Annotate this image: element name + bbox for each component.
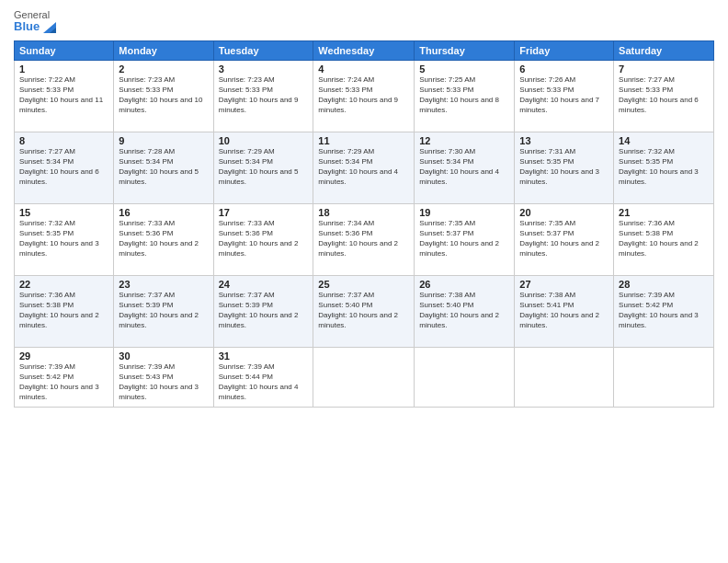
- day-number: 4: [318, 63, 409, 75]
- day-number: 5: [419, 63, 509, 75]
- day-number: 24: [219, 279, 309, 290]
- header-saturday: Saturday: [614, 41, 714, 61]
- calendar-cell: 28 Sunrise: 7:39 AM Sunset: 5:42 PM Dayl…: [614, 276, 714, 348]
- calendar-cell: 22 Sunrise: 7:36 AM Sunset: 5:38 PM Dayl…: [15, 276, 114, 348]
- calendar-cell: 16 Sunrise: 7:33 AM Sunset: 5:36 PM Dayl…: [114, 204, 213, 276]
- day-number: 11: [318, 135, 409, 146]
- calendar-cell: 1 Sunrise: 7:22 AM Sunset: 5:33 PM Dayli…: [15, 61, 114, 132]
- calendar-cell: [415, 348, 515, 408]
- calendar-cell: 17 Sunrise: 7:33 AM Sunset: 5:36 PM Dayl…: [213, 204, 313, 276]
- calendar-cell: 8 Sunrise: 7:27 AM Sunset: 5:34 PM Dayli…: [15, 132, 114, 204]
- calendar-cell: 18 Sunrise: 7:34 AM Sunset: 5:36 PM Dayl…: [313, 204, 415, 276]
- calendar-cell: 6 Sunrise: 7:26 AM Sunset: 5:33 PM Dayli…: [515, 61, 614, 132]
- header-monday: Monday: [114, 41, 213, 61]
- day-number: 23: [119, 279, 208, 290]
- calendar-cell: 27 Sunrise: 7:38 AM Sunset: 5:41 PM Dayl…: [515, 276, 614, 348]
- day-info: Sunrise: 7:23 AM Sunset: 5:33 PM Dayligh…: [219, 75, 309, 115]
- day-number: 15: [19, 207, 108, 218]
- day-number: 20: [519, 207, 609, 218]
- calendar-cell: 30 Sunrise: 7:39 AM Sunset: 5:43 PM Dayl…: [114, 348, 213, 408]
- day-info: Sunrise: 7:38 AM Sunset: 5:41 PM Dayligh…: [519, 291, 609, 330]
- header-thursday: Thursday: [415, 41, 515, 61]
- day-info: Sunrise: 7:24 AM Sunset: 5:33 PM Dayligh…: [318, 75, 409, 115]
- day-info: Sunrise: 7:25 AM Sunset: 5:33 PM Dayligh…: [419, 75, 509, 115]
- header: General Blue: [14, 9, 714, 33]
- day-number: 1: [19, 63, 108, 75]
- day-number: 28: [619, 279, 709, 290]
- day-number: 16: [119, 207, 208, 218]
- calendar-cell: 26 Sunrise: 7:38 AM Sunset: 5:40 PM Dayl…: [415, 276, 515, 348]
- header-wednesday: Wednesday: [313, 41, 415, 61]
- day-info: Sunrise: 7:39 AM Sunset: 5:43 PM Dayligh…: [119, 362, 208, 402]
- day-number: 10: [219, 135, 309, 146]
- calendar-cell: [313, 348, 415, 408]
- day-number: 17: [219, 207, 309, 218]
- day-number: 6: [519, 63, 609, 75]
- header-tuesday: Tuesday: [213, 41, 313, 61]
- day-info: Sunrise: 7:35 AM Sunset: 5:37 PM Dayligh…: [519, 219, 609, 259]
- day-info: Sunrise: 7:34 AM Sunset: 5:36 PM Dayligh…: [318, 219, 409, 259]
- calendar-cell: 12 Sunrise: 7:30 AM Sunset: 5:34 PM Dayl…: [415, 132, 515, 204]
- day-number: 8: [19, 135, 108, 146]
- calendar-cell: 31 Sunrise: 7:39 AM Sunset: 5:44 PM Dayl…: [213, 348, 313, 408]
- day-info: Sunrise: 7:33 AM Sunset: 5:36 PM Dayligh…: [219, 219, 309, 259]
- calendar-cell: 5 Sunrise: 7:25 AM Sunset: 5:33 PM Dayli…: [415, 61, 515, 132]
- calendar-cell: 20 Sunrise: 7:35 AM Sunset: 5:37 PM Dayl…: [515, 204, 614, 276]
- day-info: Sunrise: 7:26 AM Sunset: 5:33 PM Dayligh…: [519, 75, 609, 115]
- day-info: Sunrise: 7:33 AM Sunset: 5:36 PM Dayligh…: [119, 219, 208, 259]
- calendar-table: Sunday Monday Tuesday Wednesday Thursday…: [14, 40, 714, 408]
- day-number: 7: [619, 63, 709, 75]
- header-sunday: Sunday: [15, 41, 114, 61]
- calendar-cell: 25 Sunrise: 7:37 AM Sunset: 5:40 PM Dayl…: [313, 276, 415, 348]
- calendar-cell: 10 Sunrise: 7:29 AM Sunset: 5:34 PM Dayl…: [213, 132, 313, 204]
- day-info: Sunrise: 7:29 AM Sunset: 5:34 PM Dayligh…: [219, 147, 309, 187]
- day-number: 9: [119, 135, 208, 146]
- calendar-cell: 24 Sunrise: 7:37 AM Sunset: 5:39 PM Dayl…: [213, 276, 313, 348]
- calendar-cell: 7 Sunrise: 7:27 AM Sunset: 5:33 PM Dayli…: [614, 61, 714, 132]
- day-info: Sunrise: 7:32 AM Sunset: 5:35 PM Dayligh…: [19, 219, 108, 259]
- day-number: 25: [318, 279, 409, 290]
- calendar-cell: 2 Sunrise: 7:23 AM Sunset: 5:33 PM Dayli…: [114, 61, 213, 132]
- day-info: Sunrise: 7:36 AM Sunset: 5:38 PM Dayligh…: [19, 291, 108, 330]
- calendar-cell: [614, 348, 714, 408]
- day-info: Sunrise: 7:39 AM Sunset: 5:44 PM Dayligh…: [219, 362, 309, 402]
- day-info: Sunrise: 7:23 AM Sunset: 5:33 PM Dayligh…: [119, 75, 208, 115]
- day-number: 22: [19, 279, 108, 290]
- calendar-cell: 23 Sunrise: 7:37 AM Sunset: 5:39 PM Dayl…: [114, 276, 213, 348]
- logo: General Blue: [14, 9, 56, 33]
- day-info: Sunrise: 7:31 AM Sunset: 5:35 PM Dayligh…: [519, 147, 609, 187]
- day-number: 19: [419, 207, 509, 218]
- calendar-cell: 11 Sunrise: 7:29 AM Sunset: 5:34 PM Dayl…: [313, 132, 415, 204]
- day-info: Sunrise: 7:37 AM Sunset: 5:39 PM Dayligh…: [119, 291, 208, 330]
- calendar-cell: 15 Sunrise: 7:32 AM Sunset: 5:35 PM Dayl…: [15, 204, 114, 276]
- day-info: Sunrise: 7:29 AM Sunset: 5:34 PM Dayligh…: [318, 147, 409, 187]
- day-number: 18: [318, 207, 409, 218]
- header-friday: Friday: [515, 41, 614, 61]
- day-info: Sunrise: 7:37 AM Sunset: 5:39 PM Dayligh…: [219, 291, 309, 330]
- day-info: Sunrise: 7:37 AM Sunset: 5:40 PM Dayligh…: [318, 291, 409, 330]
- calendar-cell: 19 Sunrise: 7:35 AM Sunset: 5:37 PM Dayl…: [415, 204, 515, 276]
- day-info: Sunrise: 7:39 AM Sunset: 5:42 PM Dayligh…: [19, 362, 108, 402]
- day-number: 29: [19, 350, 108, 362]
- day-info: Sunrise: 7:28 AM Sunset: 5:34 PM Dayligh…: [119, 147, 208, 187]
- day-info: Sunrise: 7:32 AM Sunset: 5:35 PM Dayligh…: [619, 147, 709, 187]
- day-info: Sunrise: 7:38 AM Sunset: 5:40 PM Dayligh…: [419, 291, 509, 330]
- day-number: 21: [619, 207, 709, 218]
- calendar-cell: 3 Sunrise: 7:23 AM Sunset: 5:33 PM Dayli…: [213, 61, 313, 132]
- calendar-cell: 13 Sunrise: 7:31 AM Sunset: 5:35 PM Dayl…: [515, 132, 614, 204]
- calendar-cell: [515, 348, 614, 408]
- calendar-cell: 4 Sunrise: 7:24 AM Sunset: 5:33 PM Dayli…: [313, 61, 415, 132]
- day-info: Sunrise: 7:36 AM Sunset: 5:38 PM Dayligh…: [619, 219, 709, 259]
- day-number: 26: [419, 279, 509, 290]
- day-info: Sunrise: 7:39 AM Sunset: 5:42 PM Dayligh…: [619, 291, 709, 330]
- day-info: Sunrise: 7:35 AM Sunset: 5:37 PM Dayligh…: [419, 219, 509, 259]
- day-number: 30: [119, 350, 208, 362]
- day-info: Sunrise: 7:22 AM Sunset: 5:33 PM Dayligh…: [19, 75, 108, 115]
- calendar-page: General Blue Sunday Monday Tuesday Wedne…: [0, 0, 728, 563]
- calendar-cell: 14 Sunrise: 7:32 AM Sunset: 5:35 PM Dayl…: [614, 132, 714, 204]
- calendar-cell: 29 Sunrise: 7:39 AM Sunset: 5:42 PM Dayl…: [15, 348, 114, 408]
- day-number: 12: [419, 135, 509, 146]
- day-info: Sunrise: 7:30 AM Sunset: 5:34 PM Dayligh…: [419, 147, 509, 187]
- day-info: Sunrise: 7:27 AM Sunset: 5:33 PM Dayligh…: [619, 75, 709, 115]
- day-info: Sunrise: 7:27 AM Sunset: 5:34 PM Dayligh…: [19, 147, 108, 187]
